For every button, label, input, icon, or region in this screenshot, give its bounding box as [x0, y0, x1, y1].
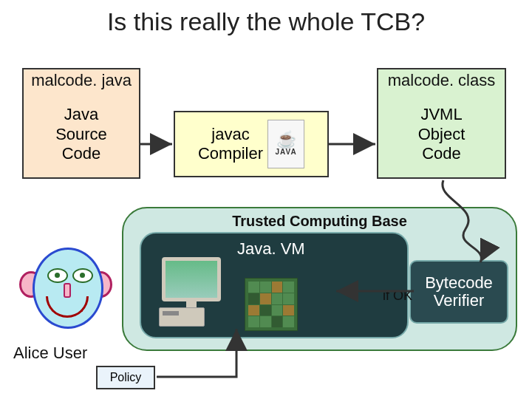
jvml-body: JVMLObjectCode	[418, 105, 466, 163]
alice-face-icon	[22, 248, 109, 336]
java-source-filename: malcode. java	[27, 72, 135, 89]
javavm-region: Java. VM	[140, 232, 409, 338]
alice-user-label: Alice User	[13, 344, 87, 363]
java-logo-icon: ☕ JAVA	[267, 120, 304, 168]
slide-title: Is this really the whole TCB?	[0, 7, 532, 36]
jvml-object-box: malcode. class JVMLObjectCode	[377, 68, 506, 179]
java-source-box: malcode. java JavaSourceCode	[22, 68, 140, 179]
javavm-label: Java. VM	[237, 239, 305, 259]
java-source-body: JavaSourceCode	[55, 105, 107, 163]
chip-icon	[245, 278, 298, 331]
computer-icon	[159, 257, 224, 328]
javac-compiler-box: javacCompiler ☕ JAVA	[174, 111, 329, 177]
javac-label: javacCompiler	[194, 125, 267, 164]
jvml-filename: malcode. class	[382, 72, 501, 89]
tcb-label: Trusted Computing Base	[123, 213, 516, 230]
if-ok-label: if OK	[383, 288, 412, 304]
tcb-region: Trusted Computing Base Java. VM Bytecode…	[122, 207, 517, 351]
policy-box: Policy	[96, 366, 155, 389]
bytecode-verifier-box: BytecodeVerifier	[409, 260, 508, 324]
